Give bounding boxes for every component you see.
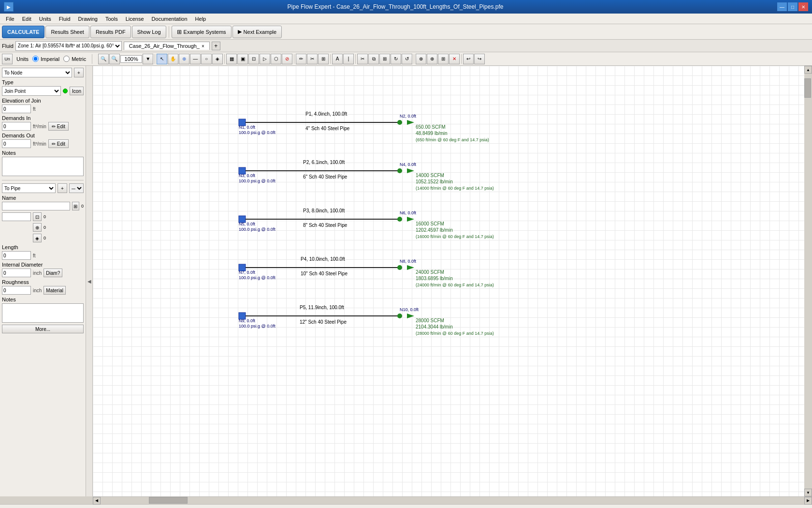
demands-out-input[interactable] (2, 139, 31, 148)
menu-item-help[interactable]: Help (191, 15, 210, 23)
menu-item-units[interactable]: Units (35, 15, 55, 23)
demands-out-edit-btn[interactable]: ✏ Edit (48, 139, 69, 148)
material-btn[interactable]: Material (44, 286, 66, 295)
elevation-input[interactable] (2, 105, 31, 113)
add-circle-btn[interactable]: ○ (201, 54, 212, 64)
to-pipe-select[interactable]: To Pipe (2, 183, 56, 193)
tool22-btn[interactable]: ↺ (402, 54, 412, 64)
canvas-area[interactable]: P1, 4.0inch, 100.0ft 4" Sch 40 Steel Pip… (93, 66, 812, 496)
demands-in-edit-btn[interactable]: ✏ Edit (48, 122, 69, 131)
node-n10-dot[interactable] (397, 314, 402, 318)
tool7-btn[interactable]: ▦ (226, 54, 237, 64)
tool25-btn[interactable]: ⊞ (438, 54, 449, 64)
tool13-btn[interactable]: ✏ (296, 54, 306, 64)
pipe-name-btn4[interactable]: ◈ (33, 234, 42, 242)
tool15-btn[interactable]: ⊞ (318, 54, 329, 64)
pipe-name-btn2[interactable]: ⊡ (33, 212, 42, 221)
undo-btn[interactable]: ↩ (463, 54, 474, 64)
menu-item-fluid[interactable]: Fluid (55, 15, 74, 23)
to-node-select[interactable]: To Node (2, 68, 72, 77)
tool12-btn[interactable]: ⊘ (282, 54, 292, 64)
vertical-scrollbar[interactable]: ▲ ▼ (804, 66, 812, 496)
tool21-btn[interactable]: ↻ (391, 54, 401, 64)
tool20-btn[interactable]: ⊞ (379, 54, 390, 64)
menu-item-file[interactable]: File (2, 15, 18, 23)
tool24-btn[interactable]: ⊕ (427, 54, 437, 64)
pipe-style-select[interactable]: — (69, 183, 84, 193)
panel-collapse-btn[interactable]: ◀ (86, 66, 93, 496)
text-tool-btn[interactable]: A (332, 54, 343, 64)
close-button[interactable]: ✕ (798, 2, 808, 11)
tool17-btn[interactable]: | (343, 54, 354, 64)
imperial-radio[interactable] (32, 56, 39, 62)
zoom-dropdown-btn[interactable]: ▼ (143, 54, 153, 64)
pipe-name-input2[interactable] (2, 212, 31, 221)
tool23-btn[interactable]: ⊕ (416, 54, 426, 64)
tool9-btn[interactable]: ⊡ (248, 54, 259, 64)
horizontal-scrollbar[interactable]: ◀ ▶ (93, 496, 812, 504)
scroll-thumb[interactable] (804, 78, 811, 98)
menu-item-documentation[interactable]: Documentation (148, 15, 191, 23)
scroll-up-btn[interactable]: ▲ (804, 66, 812, 74)
pipe-name-btn3[interactable]: ⊕ (33, 223, 42, 232)
new-tab-button[interactable]: + (212, 42, 220, 50)
add-node-btn[interactable]: ⊕ (179, 54, 189, 64)
node-n8-dot[interactable] (397, 265, 402, 270)
zoom-out-btn[interactable]: 🔍 (98, 54, 109, 64)
roughness-input[interactable] (2, 286, 31, 295)
menu-item-drawing[interactable]: Drawing (74, 15, 102, 23)
pipe-name-btn1[interactable]: ⊞ (72, 202, 79, 210)
units-icon-btn[interactable]: Un (2, 54, 13, 64)
tool26-btn[interactable]: ✕ (449, 54, 460, 64)
zoom-level: 100% (120, 55, 142, 63)
tool18-btn[interactable]: ✂ (357, 54, 368, 64)
node-n6-dot[interactable] (397, 217, 402, 222)
fluid-select[interactable]: Zone 1: Air [0.595574 lb/ft³ at 100.0psi… (15, 41, 122, 51)
metric-radio[interactable] (63, 56, 70, 62)
more-button[interactable]: More... (2, 325, 84, 333)
menu-item-edit[interactable]: Edit (18, 15, 35, 23)
tool6-btn[interactable]: ◈ (212, 54, 223, 64)
length-input[interactable] (2, 251, 31, 260)
to-pipe-add-btn[interactable]: + (58, 183, 67, 193)
maximize-button[interactable]: □ (788, 2, 798, 11)
example-systems-button[interactable]: ⊞ Example Systems (172, 26, 232, 38)
add-pipe-btn[interactable]: — (190, 54, 201, 64)
h-scroll-thumb[interactable] (149, 497, 188, 504)
type-select[interactable]: Join Point (2, 86, 61, 96)
active-tab[interactable]: Case_26_Air_Flow_Through_ × (124, 42, 210, 50)
diam-btn[interactable]: Diam? (44, 269, 62, 277)
next-example-button[interactable]: ▶ Next Example (232, 26, 282, 38)
scroll-left-btn[interactable]: ◀ (93, 497, 101, 505)
results-pdf-button[interactable]: Results PDF (90, 26, 131, 38)
fluid-bar: Fluid Zone 1: Air [0.595574 lb/ft³ at 10… (0, 40, 812, 52)
select-tool-btn[interactable]: ↖ (157, 54, 167, 64)
icon-button[interactable]: Icon (70, 87, 84, 95)
tool10-btn[interactable]: ▷ (260, 54, 270, 64)
demands-in-input[interactable] (2, 122, 31, 131)
scroll-down-btn[interactable]: ▼ (804, 489, 812, 496)
show-log-button[interactable]: Show Log (132, 26, 166, 38)
zoom-in-btn[interactable]: 🔍 (109, 54, 120, 64)
tool8-btn[interactable]: ▣ (237, 54, 248, 64)
notes-textarea-node[interactable] (2, 157, 84, 176)
node-n4-dot[interactable] (397, 168, 402, 173)
pan-tool-btn[interactable]: ✋ (168, 54, 178, 64)
calculate-button[interactable]: CALCULATE (2, 26, 44, 38)
notes-textarea-pipe[interactable] (2, 303, 84, 323)
tool19-btn[interactable]: ⧉ (368, 54, 379, 64)
to-node-add-btn[interactable]: + (74, 68, 84, 77)
results-sheet-button[interactable]: Results Sheet (45, 26, 89, 38)
menu-item-tools[interactable]: Tools (102, 15, 122, 23)
tool14-btn[interactable]: ✂ (307, 54, 318, 64)
pipe-name-input[interactable] (2, 202, 70, 210)
minimize-button[interactable]: — (777, 2, 787, 11)
pipe-name-val2: 0 (44, 214, 46, 219)
node-n2-dot[interactable] (397, 120, 402, 125)
tab-close-button[interactable]: × (202, 44, 204, 49)
menu-item-license[interactable]: License (122, 15, 148, 23)
tool11-btn[interactable]: ⬡ (271, 54, 281, 64)
redo-btn[interactable]: ↪ (474, 54, 485, 64)
scroll-right-btn[interactable]: ▶ (804, 497, 812, 505)
internal-diameter-input[interactable] (2, 269, 31, 277)
